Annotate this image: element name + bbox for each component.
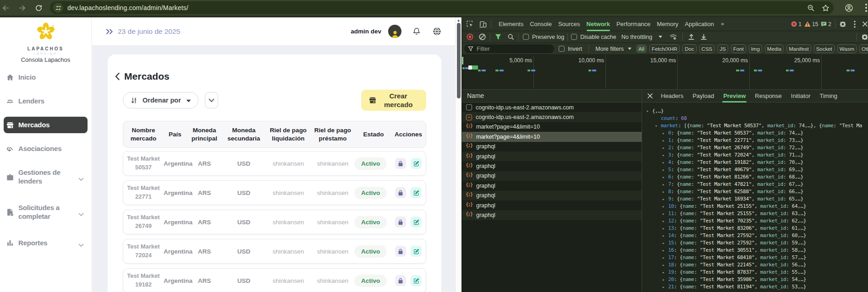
sidebar-item-asociaciones[interactable]: Asociaciones [4, 141, 88, 157]
checkbox[interactable] [523, 34, 529, 40]
details-tab[interactable]: Payload [688, 90, 719, 103]
more-tabs-button[interactable]: » [717, 17, 728, 31]
json-item-line[interactable]: ▸4: {name: "Test Market 19182", market_i… [642, 159, 868, 166]
json-item-line[interactable]: ▸11: {name: "Test Market 25155", market_… [642, 210, 868, 217]
avatar[interactable] [388, 25, 401, 38]
sidebar-item-reportes[interactable]: Reportes [4, 235, 88, 251]
collapse-sidebar-button[interactable] [106, 28, 114, 35]
json-item-line[interactable]: ▸20: {name: "Test Market 35986", market_… [642, 276, 868, 283]
search-button[interactable] [507, 33, 514, 41]
filter-chip[interactable]: Socket [814, 44, 835, 53]
json-item-line[interactable]: ▸15: {name: "Test Market 27592", market_… [642, 239, 868, 247]
scrollbar-thumb[interactable] [457, 23, 461, 98]
zoom-button[interactable] [807, 4, 815, 12]
filter-chip[interactable]: Fetch/XHR [649, 44, 680, 53]
json-item-line[interactable]: ▸12: {name: "Test Market 70235", market_… [642, 217, 868, 225]
json-item-line[interactable]: ▸9: {name: "Test Market 16934", market_i… [642, 195, 868, 203]
filter-chip[interactable]: Img [749, 44, 762, 53]
json-count-line[interactable]: count: 68 [642, 115, 868, 122]
devtools-menu-button[interactable] [854, 21, 856, 28]
back-link[interactable] [115, 72, 120, 81]
devtools-tab[interactable]: Performance [613, 17, 654, 31]
warning-count[interactable] [804, 21, 811, 27]
sort-button[interactable]: Ordenar por [123, 92, 198, 108]
devtools-close-button[interactable] [862, 21, 868, 27]
json-item-line[interactable]: ▸1: {name: "Test Market 22771", market_i… [642, 137, 868, 144]
lock-button[interactable] [395, 246, 406, 257]
details-tab[interactable]: Preview [719, 90, 750, 103]
bookmark-button[interactable] [821, 4, 830, 12]
request-row[interactable]: cognito-idp.us-east-2.amazonaws.com [462, 103, 642, 112]
device-toolbar-button[interactable] [479, 20, 487, 28]
edit-button[interactable] [411, 187, 422, 198]
json-market-line[interactable]: ▾market: [{name: "Test Market 50537", ma… [642, 122, 868, 130]
filter-chip[interactable]: Doc [682, 44, 696, 53]
request-row[interactable]: graphql [462, 191, 642, 200]
devtools-tab[interactable]: Network [583, 17, 613, 31]
network-overview-timeline[interactable]: 5,000 ms10,000 ms15,000 ms20,000 ms25,00… [462, 55, 868, 90]
details-tab[interactable]: Initiator [786, 90, 815, 103]
table-row[interactable]: Test Market 50537 Argentina ARS USD shin… [123, 151, 426, 176]
filter-chip[interactable]: JS [717, 44, 728, 53]
json-root-line[interactable]: ▾{,…} [642, 108, 868, 115]
network-conditions-button[interactable] [670, 33, 677, 41]
json-item-line[interactable]: ▸0: {name: "Test Market 50537", market_i… [642, 130, 868, 137]
json-item-line[interactable]: ▸5: {name: "Test Market 40679", market_i… [642, 166, 868, 173]
message-count[interactable] [821, 22, 827, 27]
filter-input[interactable]: Filter [464, 44, 554, 53]
filter-chip[interactable]: Other [859, 44, 868, 53]
record-button[interactable] [466, 33, 473, 41]
import-har-button[interactable] [687, 33, 695, 41]
table-row[interactable]: Test Market 19182 Argentina ARS USD shin… [123, 268, 426, 292]
lock-button[interactable] [395, 158, 406, 169]
browser-menu-button[interactable] [865, 4, 867, 12]
more-filters-button[interactable]: More filters [595, 46, 632, 52]
sidebar-item-gestiones[interactable]: Gestiones de lenders [4, 164, 88, 190]
json-item-line[interactable]: ▸19: {name: "Test Market 87837", market_… [642, 269, 868, 276]
checkbox[interactable] [559, 46, 565, 52]
request-row[interactable]: graphql [462, 151, 642, 161]
details-tab[interactable]: Headers [656, 90, 688, 103]
edit-button[interactable] [411, 158, 422, 169]
checkbox[interactable] [571, 34, 577, 40]
devtools-tab[interactable]: Sources [555, 17, 583, 31]
devtools-tab[interactable]: Elements [495, 17, 527, 31]
forward-button[interactable] [16, 2, 27, 13]
filter-chip[interactable]: Manifest [786, 44, 811, 53]
request-row[interactable]: market?page=4&limit=10 [462, 132, 642, 141]
request-row[interactable]: market?page=4&limit=10 [462, 122, 642, 132]
filter-chip[interactable]: All [636, 44, 647, 53]
json-item-line[interactable]: ▸3: {name: "Test Market 72024", market_i… [642, 151, 868, 159]
table-row[interactable]: Test Market 72024 Argentina ARS USD shin… [123, 239, 426, 264]
back-button[interactable] [0, 2, 11, 13]
json-item-line[interactable]: ▸16: {name: "Test Market 30551", market_… [642, 247, 868, 254]
language-button[interactable] [433, 27, 441, 36]
request-row[interactable]: graphql [462, 161, 642, 171]
browser-profile-button[interactable] [845, 4, 853, 12]
json-item-line[interactable]: ▸13: {name: "Test Market 83206", market_… [642, 225, 868, 232]
filter-toggle-button[interactable] [494, 33, 502, 41]
devtools-tab[interactable]: Memory [654, 17, 681, 31]
scrollbar-up-arrow[interactable]: ▲ [456, 18, 461, 22]
json-item-line[interactable]: ▸7: {name: "Test Market 47821", market_i… [642, 181, 868, 188]
inspect-element-button[interactable] [466, 20, 474, 28]
edit-button[interactable] [411, 275, 422, 286]
request-row[interactable]: cognito-idp.us-east-2.amazonaws.com [462, 112, 642, 122]
invert-filter-toggle[interactable]: Invert [559, 46, 582, 52]
json-item-line[interactable]: ▸2: {name: "Test Market 26749", market_i… [642, 144, 868, 151]
throttling-select[interactable]: No throttling [621, 34, 652, 40]
json-item-line[interactable]: ▸18: {name: "Test Market 22145", market_… [642, 261, 868, 269]
filter-chip[interactable]: CSS [699, 44, 715, 53]
edit-button[interactable] [411, 216, 422, 227]
sidebar-item-inicio[interactable]: Inicio [4, 69, 88, 86]
lock-button[interactable] [395, 216, 406, 227]
request-row[interactable]: graphql [462, 200, 642, 210]
close-details-button[interactable] [647, 93, 653, 99]
json-item-line[interactable]: ▸14: {name: "Test Market 27592", market_… [642, 232, 868, 239]
filter-chip[interactable]: Font [731, 44, 746, 53]
page-scrollbar[interactable]: ▲ [455, 17, 461, 292]
export-har-button[interactable] [700, 33, 707, 41]
devtools-tab[interactable]: Console [527, 17, 555, 31]
clear-button[interactable] [478, 33, 486, 41]
devtools-settings-button[interactable] [839, 21, 846, 28]
